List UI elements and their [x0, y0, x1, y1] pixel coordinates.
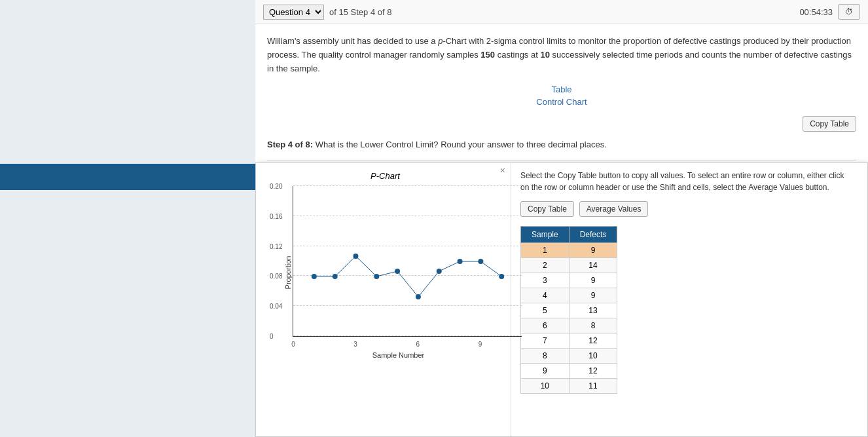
question-header-right: 00:54:33 ⏱: [799, 4, 860, 20]
question-header: Question 4 of 15 Step 4 of 8 00:54:33 ⏱: [255, 0, 868, 24]
cell-sample: 7: [521, 333, 570, 349]
main-content: Question 4 of 15 Step 4 of 8 00:54:33 ⏱ …: [255, 0, 868, 437]
links-row: Table Control Chart: [267, 85, 856, 107]
chart-section: × P-Chart Proportion 0 0.04 0.08: [256, 163, 511, 436]
chart-title: P-Chart: [266, 171, 504, 181]
timer-icon-btn[interactable]: ⏱: [838, 4, 860, 20]
cell-defects: 13: [569, 303, 617, 318]
overlay-panel: × P-Chart Proportion 0 0.04 0.08: [255, 162, 868, 437]
data-point: [499, 274, 504, 279]
cell-sample: 8: [521, 349, 570, 364]
question-text-intro: William's assembly unit has decided to u…: [267, 36, 852, 73]
data-point: [437, 269, 442, 274]
table-link[interactable]: Table: [551, 85, 571, 94]
cell-defects: 14: [569, 258, 617, 273]
cell-sample: 9: [521, 364, 570, 379]
x-label-9: 9: [479, 341, 482, 348]
data-point: [353, 254, 358, 259]
table-section: Select the Copy Table button to copy all…: [511, 163, 867, 436]
svg-line-6: [439, 261, 460, 271]
average-values-btn[interactable]: Average Values: [579, 201, 649, 217]
x-label-6: 6: [416, 341, 420, 348]
svg-line-5: [418, 271, 439, 297]
cell-sample: 10: [521, 379, 570, 394]
step-label: Step 4 of 8:: [267, 140, 313, 149]
cell-sample: 4: [521, 288, 570, 303]
data-point: [478, 259, 483, 264]
table-row[interactable]: 49: [521, 288, 617, 303]
cell-sample: 6: [521, 318, 570, 333]
table-row[interactable]: 39: [521, 273, 617, 288]
data-point: [312, 274, 317, 279]
col-header-sample[interactable]: Sample: [521, 227, 570, 243]
left-panel: [0, 0, 255, 437]
cell-sample: 1: [521, 243, 570, 258]
copy-table-row: Copy Table: [267, 116, 856, 132]
step-text: Step 4 of 8: What is the Lower Control L…: [267, 140, 856, 149]
copy-table-btn-2[interactable]: Copy Table: [520, 201, 574, 217]
data-table: Sample Defects 1921439495136871281091210…: [520, 226, 617, 394]
table-row[interactable]: 712: [521, 333, 617, 349]
cell-defects: 9: [569, 288, 617, 303]
cell-defects: 9: [569, 273, 617, 288]
table-instruction: Select the Copy Table button to copy all…: [520, 170, 858, 193]
cell-sample: 5: [521, 303, 570, 318]
step-question: What is the Lower Control Limit? Round y…: [316, 140, 607, 149]
svg-line-1: [335, 256, 356, 276]
svg-line-2: [355, 256, 376, 276]
svg-line-3: [376, 271, 397, 276]
data-point: [333, 274, 338, 279]
cell-defects: 9: [569, 243, 617, 258]
table-row[interactable]: 810: [521, 349, 617, 364]
copy-table-button[interactable]: Copy Table: [803, 116, 856, 132]
cell-defects: 10: [569, 349, 617, 364]
table-row[interactable]: 68: [521, 318, 617, 333]
svg-line-8: [480, 261, 501, 276]
cell-defects: 11: [569, 379, 617, 394]
x-label-0: 0: [291, 341, 295, 348]
cell-defects: 8: [569, 318, 617, 333]
table-row[interactable]: 1011: [521, 379, 617, 394]
table-row[interactable]: 19: [521, 243, 617, 258]
table-btn-row: Copy Table Average Values: [520, 201, 858, 217]
question-selector[interactable]: Question 4: [263, 5, 324, 20]
table-row[interactable]: 214: [521, 258, 617, 273]
chart-svg: [293, 186, 522, 336]
question-text: William's assembly unit has decided to u…: [267, 35, 856, 75]
timer: 00:54:33: [799, 7, 833, 17]
cell-sample: 3: [521, 273, 570, 288]
control-chart-link[interactable]: Control Chart: [536, 97, 587, 107]
x-axis-label: Sample Number: [293, 351, 504, 359]
data-point: [416, 294, 421, 299]
data-point: [374, 274, 379, 279]
data-point: [458, 259, 463, 264]
cell-defects: 12: [569, 333, 617, 349]
table-row[interactable]: 513: [521, 303, 617, 318]
svg-line-4: [397, 271, 418, 297]
cell-sample: 2: [521, 258, 570, 273]
blue-bar: [0, 164, 255, 190]
close-button[interactable]: ×: [500, 166, 505, 175]
table-row[interactable]: 912: [521, 364, 617, 379]
step-info: of 15 Step 4 of 8: [329, 7, 391, 17]
data-point: [395, 269, 400, 274]
cell-defects: 12: [569, 364, 617, 379]
y-axis-label: Proportion: [284, 256, 292, 290]
col-header-defects[interactable]: Defects: [569, 227, 617, 243]
question-header-left: Question 4 of 15 Step 4 of 8: [263, 5, 391, 20]
chart-area: 0 0.04 0.08 0.12 0.16 0.20: [293, 186, 522, 337]
x-label-3: 3: [353, 341, 357, 348]
